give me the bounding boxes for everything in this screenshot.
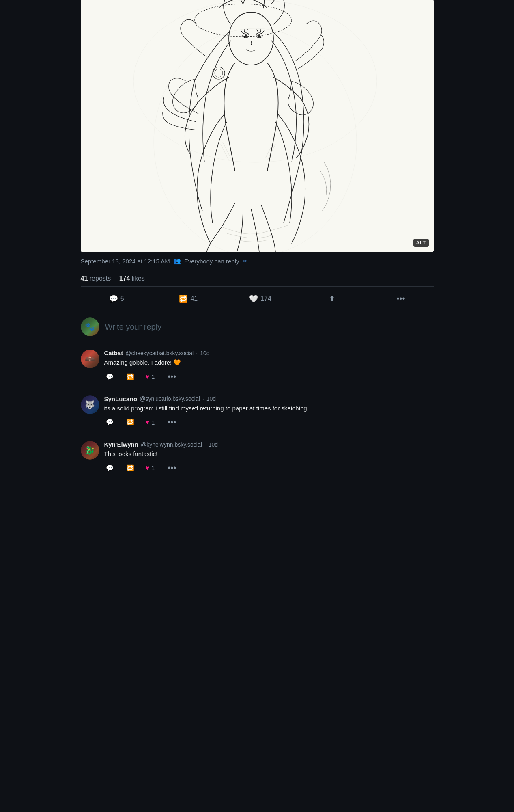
reply-count: 5 bbox=[120, 295, 124, 302]
comment-repost-button-synlucario[interactable]: 🔁 bbox=[125, 417, 136, 428]
svg-point-10 bbox=[258, 34, 260, 37]
comment-handle-synlucario: @synlucario.bsky.social bbox=[140, 395, 200, 402]
comment-avatar-kynelwynn: 🐉 bbox=[81, 441, 99, 460]
comment-separator-synlucario: · bbox=[202, 395, 204, 402]
likes-count: 174 bbox=[119, 275, 130, 282]
comment-like-count-synlucario: 1 bbox=[151, 419, 155, 426]
repost-count: 41 bbox=[190, 295, 198, 302]
comment-likes-synlucario[interactable]: ♥ 1 bbox=[146, 419, 155, 426]
comment-avatar-catbat: 🦇 bbox=[81, 350, 99, 368]
alt-badge[interactable]: ALT bbox=[413, 239, 429, 247]
comment-more-button-catbat[interactable]: ••• bbox=[168, 372, 176, 381]
svg-rect-0 bbox=[81, 0, 434, 252]
repost-icon: 🔁 bbox=[179, 294, 188, 303]
post-actions: 💬 5 🔁 41 🤍 174 ⬆ ••• bbox=[81, 287, 434, 311]
comment-avatar-synlucario: 🐺 bbox=[81, 395, 99, 414]
comment-repost-icon-synlucario: 🔁 bbox=[127, 419, 134, 426]
share-icon: ⬆ bbox=[329, 294, 335, 303]
repost-button[interactable]: 🔁 41 bbox=[153, 291, 224, 307]
comment-heart-icon-catbat: ♥ bbox=[146, 373, 150, 380]
comment-item: 🐉 Kyn'Elwynn @kynelwynn.bsky.social · 10… bbox=[81, 434, 434, 480]
reposts-count: 41 bbox=[81, 275, 88, 282]
comment-header-kynelwynn: Kyn'Elwynn @kynelwynn.bsky.social · 10d bbox=[104, 441, 434, 448]
reply-input[interactable]: Write your reply bbox=[105, 322, 162, 332]
post-metadata: September 13, 2024 at 12:15 AM 👥 Everybo… bbox=[81, 252, 434, 269]
comment-author-catbat: Catbat bbox=[104, 350, 123, 356]
more-button[interactable]: ••• bbox=[368, 291, 433, 307]
synlucario-avatar-image: 🐺 bbox=[81, 395, 99, 414]
comment-repost-icon-catbat: 🔁 bbox=[127, 373, 134, 380]
comment-handle-kynelwynn: @kynelwynn.bsky.social bbox=[141, 441, 202, 448]
reposts-label: reposts bbox=[90, 275, 111, 282]
comment-body-catbat: Catbat @cheekycatbat.bsky.social · 10d A… bbox=[104, 350, 434, 382]
comment-heart-icon-synlucario: ♥ bbox=[146, 419, 150, 426]
comment-likes-kynelwynn[interactable]: ♥ 1 bbox=[146, 464, 155, 472]
comment-actions-kynelwynn: 💬 🔁 ♥ 1 ••• bbox=[104, 463, 434, 473]
reply-compose-area: 🐾 Write your reply bbox=[81, 311, 434, 343]
comment-repost-button-catbat[interactable]: 🔁 bbox=[125, 371, 136, 382]
reply-icon: 💬 bbox=[109, 294, 118, 303]
user-avatar: 🐾 bbox=[81, 317, 99, 336]
comment-likes-catbat[interactable]: ♥ 1 bbox=[146, 373, 155, 380]
user-avatar-image: 🐾 bbox=[81, 317, 99, 336]
comment-separator-kynelwynn: · bbox=[204, 441, 206, 448]
comment-item: 🐺 SynLucario @synlucario.bsky.social · 1… bbox=[81, 389, 434, 435]
audience-icon: 👥 bbox=[173, 257, 181, 265]
edit-audience-icon[interactable]: ✏ bbox=[243, 258, 247, 264]
likes-label: likes bbox=[132, 275, 145, 282]
comment-reply-button-kynelwynn[interactable]: 💬 bbox=[104, 463, 115, 473]
comment-text-catbat: Amazing gobbie, I adore! 🧡 bbox=[104, 358, 434, 367]
comment-reply-icon-synlucario: 💬 bbox=[106, 419, 114, 426]
comment-handle-catbat: @cheekycatbat.bsky.social bbox=[125, 350, 194, 356]
comment-author-synlucario: SynLucario bbox=[104, 395, 138, 402]
comment-actions-catbat: 💬 🔁 ♥ 1 ••• bbox=[104, 371, 434, 382]
post-date: September 13, 2024 at 12:15 AM bbox=[81, 258, 170, 265]
comment-heart-icon-kynelwynn: ♥ bbox=[146, 464, 150, 472]
comment-reply-icon-catbat: 💬 bbox=[106, 373, 114, 380]
catbat-avatar-image: 🦇 bbox=[81, 350, 99, 368]
comment-text-synlucario: its a solid program i still find mysefl … bbox=[104, 404, 434, 413]
like-button[interactable]: 🤍 174 bbox=[224, 291, 296, 307]
audience-label: Everybody can reply bbox=[184, 258, 239, 265]
comment-repost-icon-kynelwynn: 🔁 bbox=[127, 464, 134, 472]
comment-like-count-kynelwynn: 1 bbox=[151, 464, 155, 471]
comment-body-synlucario: SynLucario @synlucario.bsky.social · 10d… bbox=[104, 395, 434, 428]
comment-time-catbat: 10d bbox=[200, 350, 209, 356]
svg-point-9 bbox=[245, 34, 247, 37]
more-icon: ••• bbox=[396, 294, 405, 303]
post-image: ALT bbox=[81, 0, 434, 252]
comment-text-kynelwynn: This looks fantastic! bbox=[104, 449, 434, 459]
comment-header-catbat: Catbat @cheekycatbat.bsky.social · 10d bbox=[104, 350, 434, 356]
like-count: 174 bbox=[260, 295, 271, 302]
comment-more-button-synlucario[interactable]: ••• bbox=[168, 418, 176, 427]
post-stats: 41 reposts 174 likes bbox=[81, 269, 434, 287]
like-icon: 🤍 bbox=[249, 294, 258, 303]
comment-author-kynelwynn: Kyn'Elwynn bbox=[104, 441, 138, 448]
share-button[interactable]: ⬆ bbox=[296, 291, 368, 307]
kynelwynn-avatar-image: 🐉 bbox=[81, 441, 99, 460]
comment-item: 🦇 Catbat @cheekycatbat.bsky.social · 10d… bbox=[81, 343, 434, 389]
comment-repost-button-kynelwynn[interactable]: 🔁 bbox=[125, 463, 136, 473]
comment-actions-synlucario: 💬 🔁 ♥ 1 ••• bbox=[104, 417, 434, 428]
comment-header-synlucario: SynLucario @synlucario.bsky.social · 10d bbox=[104, 395, 434, 402]
comment-reply-button-catbat[interactable]: 💬 bbox=[104, 371, 115, 382]
comment-more-button-kynelwynn[interactable]: ••• bbox=[168, 463, 176, 473]
comment-like-count-catbat: 1 bbox=[151, 373, 155, 380]
comment-body-kynelwynn: Kyn'Elwynn @kynelwynn.bsky.social · 10d … bbox=[104, 441, 434, 473]
comment-time-kynelwynn: 10d bbox=[209, 441, 218, 448]
comment-reply-icon-kynelwynn: 💬 bbox=[106, 464, 114, 472]
reply-button[interactable]: 💬 5 bbox=[81, 291, 153, 307]
comment-time-synlucario: 10d bbox=[206, 395, 216, 402]
comment-separator-catbat: · bbox=[196, 350, 198, 356]
comment-reply-button-synlucario[interactable]: 💬 bbox=[104, 417, 115, 428]
